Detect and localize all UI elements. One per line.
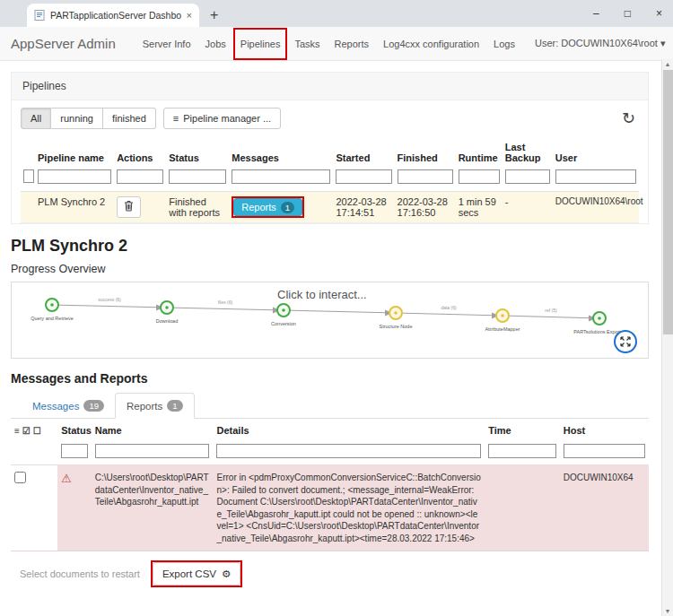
filter-pipeline-name-input[interactable] — [38, 169, 111, 184]
col-report-name[interactable]: Name — [92, 419, 214, 442]
maximize-button[interactable]: □ — [625, 7, 631, 20]
scroll-down-icon[interactable]: ▼ — [662, 608, 673, 614]
node-label: Query and Retrieve — [31, 316, 74, 321]
filter-actions-input[interactable] — [117, 169, 163, 184]
warning-icon: ⚠ — [61, 472, 72, 485]
pipeline-runtime-cell: 1 min 59 secs — [456, 192, 503, 223]
edge-label: data (6) — [441, 305, 457, 310]
edge-label: files (6) — [218, 299, 233, 305]
report-details-cell: Error in <pdmProxyCommonConversionServic… — [216, 472, 481, 544]
annotation-expand-circle — [614, 330, 637, 353]
tab-messages[interactable]: Messages 19 — [22, 393, 115, 419]
col-report-host[interactable]: Host — [560, 419, 649, 442]
reports-count-badge: 1 — [281, 202, 294, 213]
report-row-checkbox[interactable] — [14, 472, 26, 483]
tab-close-icon[interactable]: × — [187, 10, 192, 21]
progress-overview-label: Progress Overview — [11, 263, 649, 275]
pipeline-status-cell: Finished with reports — [166, 192, 229, 223]
col-actions[interactable]: Actions — [114, 138, 166, 167]
edge-label: ref (5) — [545, 308, 557, 313]
report-row[interactable]: ⚠ C:\Users\root\Desktop\PARTdataCenter\I… — [11, 465, 649, 551]
delete-pipeline-button[interactable] — [117, 196, 141, 218]
nav-item-reports[interactable]: Reports — [328, 28, 377, 60]
node-label: Conversion — [271, 321, 296, 326]
col-last-backup[interactable]: Last Backup — [503, 138, 553, 167]
select-all-icon[interactable]: ☑ — [22, 426, 31, 436]
list-icon: ≡ — [173, 113, 179, 124]
filter-report-host-input[interactable] — [564, 444, 645, 458]
filter-all-button[interactable]: All — [21, 108, 51, 129]
restart-hint: Select documents to restart — [20, 568, 140, 579]
select-column-header — [21, 138, 35, 167]
pipeline-row[interactable]: PLM Synchro 2 Finished with reports — [21, 192, 639, 223]
reports-footer: Select documents to restart Export CSV ⚙ — [20, 560, 649, 587]
pipeline-filter-group: All running finished — [21, 108, 156, 129]
hamburger-icon[interactable]: ≡ — [14, 426, 20, 436]
filter-report-name-input[interactable] — [95, 444, 210, 458]
col-finished[interactable]: Finished — [395, 138, 456, 167]
pipeline-user-cell: DOCUWIN10X64\root — [553, 192, 639, 223]
page-content: Pipelines All running finished ≡ Pipelin… — [0, 61, 661, 587]
messages-count-badge: 19 — [83, 400, 104, 412]
window-close-button[interactable]: × — [656, 7, 662, 20]
browser-tab[interactable]: PARTapplicationServer Dashboar × — [27, 4, 199, 27]
pipelines-panel-title: Pipelines — [12, 73, 648, 100]
nav-item-pipelines[interactable]: Pipelines — [233, 28, 288, 60]
filter-finished-input[interactable] — [398, 169, 453, 184]
scroll-up-icon[interactable]: ▲ — [662, 61, 673, 67]
filter-last-backup-input[interactable] — [505, 169, 550, 184]
nav-item-jobs[interactable]: Jobs — [198, 28, 233, 60]
pipeline-manager-button[interactable]: ≡ Pipeline manager ... — [163, 108, 281, 129]
filter-report-status-input[interactable] — [61, 444, 88, 458]
select-all-box[interactable] — [23, 169, 34, 183]
col-messages[interactable]: Messages — [229, 138, 333, 167]
nav-item-server-info[interactable]: Server Info — [135, 28, 198, 60]
col-pipeline-name[interactable]: Pipeline name — [35, 138, 114, 167]
user-menu[interactable]: User: DOCUWIN10X64\root ▾ — [535, 38, 666, 49]
nav-items: Server Info Jobs Pipelines Tasks Reports… — [135, 28, 522, 60]
refresh-icon[interactable]: ↻ — [622, 108, 639, 128]
reports-button[interactable]: Reports 1 — [233, 198, 302, 216]
col-runtime[interactable]: Runtime — [456, 138, 503, 167]
new-tab-button[interactable]: + — [210, 7, 218, 23]
report-host-cell: DOCUWIN10X64 — [564, 472, 645, 484]
node-label: Download — [156, 318, 178, 324]
filter-user-input[interactable] — [555, 169, 636, 184]
filter-report-details-input[interactable] — [216, 444, 481, 458]
col-report-details[interactable]: Details — [213, 419, 485, 442]
filter-status-input[interactable] — [169, 169, 226, 184]
nav-item-log4cxx[interactable]: Log4cxx configuration — [376, 28, 486, 60]
expand-icon[interactable] — [619, 335, 632, 348]
export-csv-button[interactable]: Export CSV ⚙ — [153, 562, 240, 586]
col-user[interactable]: User — [553, 138, 639, 167]
col-report-status[interactable]: Status — [57, 419, 92, 442]
reports-header-row: ≡ ☑ ☐ Status Name Details Time Host — [11, 419, 649, 442]
messages-reports-title: Messages and Reports — [11, 371, 649, 386]
edge-label: success (6) — [98, 297, 121, 302]
filter-messages-input[interactable] — [232, 169, 330, 184]
col-started[interactable]: Started — [333, 138, 394, 167]
node-label: AttributeMapper — [485, 326, 520, 332]
nav-item-tasks[interactable]: Tasks — [287, 28, 327, 60]
filter-running-button[interactable]: running — [51, 108, 103, 129]
scrollbar-thumb[interactable] — [663, 70, 673, 334]
click-to-interact-hint: Click to interact... — [277, 288, 367, 301]
filter-report-time-input[interactable] — [488, 444, 556, 458]
deselect-all-icon[interactable]: ☐ — [33, 426, 41, 436]
filter-started-input[interactable] — [336, 169, 391, 184]
favicon-icon — [34, 10, 45, 21]
reports-button-label: Reports — [241, 201, 276, 213]
col-report-time[interactable]: Time — [485, 419, 560, 442]
window-controls: – □ × — [593, 0, 662, 27]
app-brand: AppServer Admin — [11, 36, 116, 51]
nav-item-logs[interactable]: Logs — [486, 28, 522, 60]
page-scrollbar[interactable]: ▲ ▼ — [661, 59, 673, 616]
col-status[interactable]: Status — [166, 138, 229, 167]
minimize-button[interactable]: – — [593, 7, 599, 20]
pipeline-flow-diagram[interactable]: success (6) files (6) data (6) ref (5) Q… — [11, 282, 649, 359]
filter-finished-button[interactable]: finished — [103, 108, 156, 129]
tab-reports[interactable]: Reports 1 — [115, 393, 195, 419]
pipelines-panel-body: All running finished ≡ Pipeline manager … — [12, 100, 648, 223]
pipelines-table: Pipeline name Actions Status Messages St… — [21, 138, 639, 223]
filter-runtime-input[interactable] — [459, 169, 500, 184]
